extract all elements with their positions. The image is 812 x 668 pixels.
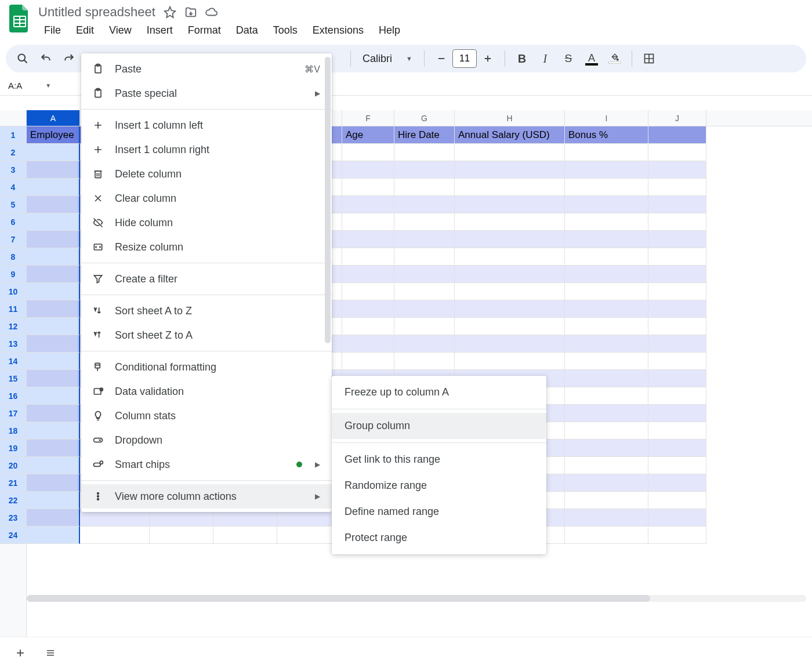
cell[interactable] [27,353,80,370]
menu-conditional-formatting[interactable]: Conditional formatting [81,355,332,379]
cell[interactable] [565,213,648,231]
cell[interactable] [27,335,80,353]
italic-button[interactable]: I [535,49,555,68]
cell[interactable] [394,266,455,283]
cell[interactable] [648,283,706,300]
menu-file[interactable]: File [38,22,67,39]
row-header-2[interactable]: 2 [0,144,26,161]
cell[interactable] [565,457,648,474]
cell[interactable] [455,283,565,300]
borders-button[interactable] [639,49,659,68]
submenu-randomize-range[interactable]: Randomize range [332,473,546,499]
cell[interactable] [648,266,706,283]
row-header-6[interactable]: 6 [0,213,26,231]
cell[interactable] [213,527,277,544]
cell[interactable] [648,196,706,213]
cell[interactable] [648,422,706,440]
cell[interactable] [455,144,565,161]
submenu-freeze-up-to-column-a[interactable]: Freeze up to column A [332,379,546,405]
row-header-22[interactable]: 22 [0,492,26,509]
submenu-protect-range[interactable]: Protect range [332,525,546,551]
menu-extensions[interactable]: Extensions [307,22,369,39]
cell[interactable] [342,283,394,300]
cell[interactable] [565,474,648,492]
cell[interactable] [648,126,706,144]
font-name-select[interactable]: Calibri▼ [358,50,417,67]
col-header-I[interactable]: I [565,110,648,126]
cell[interactable] [455,231,565,248]
menu-delete-column[interactable]: Delete column [81,162,332,186]
cell[interactable] [80,527,150,544]
cell[interactable] [342,179,394,196]
cell[interactable] [648,144,706,161]
cell[interactable] [27,300,80,318]
col-header-J[interactable]: J [648,110,706,126]
cell[interactable] [565,179,648,196]
cell[interactable] [342,335,394,353]
cell[interactable] [565,196,648,213]
menu-view-more-column-actions[interactable]: View more column actions▶ [81,484,332,509]
cell[interactable] [648,474,706,492]
all-sheets-button[interactable] [41,643,60,663]
search-icon[interactable] [13,49,32,68]
row-header-17[interactable]: 17 [0,405,26,422]
row-header-16[interactable]: 16 [0,387,26,405]
row-header-12[interactable]: 12 [0,318,26,335]
menu-format[interactable]: Format [182,22,227,39]
submenu-get-link-to-this-range[interactable]: Get link to this range [332,446,546,473]
row-header-13[interactable]: 13 [0,335,26,353]
cell[interactable] [27,387,80,405]
cell[interactable] [455,196,565,213]
cell[interactable] [648,231,706,248]
menu-insert-1-column-left[interactable]: Insert 1 column left [81,113,332,137]
cell[interactable] [648,179,706,196]
bold-button[interactable]: B [512,49,532,68]
menu-dropdown[interactable]: Dropdown [81,428,332,452]
move-icon[interactable] [184,6,197,19]
cell[interactable] [342,161,394,179]
add-sheet-button[interactable]: + [10,643,30,663]
row-header-9[interactable]: 9 [0,266,26,283]
cell[interactable] [27,370,80,387]
cell[interactable] [394,179,455,196]
cell[interactable] [27,318,80,335]
cell[interactable] [455,179,565,196]
cell[interactable] [342,318,394,335]
fill-color-button[interactable] [605,49,625,68]
row-header-7[interactable]: 7 [0,231,26,248]
menu-create-a-filter[interactable]: Create a filter [81,267,332,291]
cell[interactable] [565,527,648,544]
menu-resize-column[interactable]: Resize column [81,235,332,259]
cell[interactable] [27,457,80,474]
cell[interactable] [565,335,648,353]
menu-tools[interactable]: Tools [267,22,303,39]
cell[interactable] [27,405,80,422]
cell[interactable] [27,440,80,457]
cell[interactable] [455,248,565,266]
menu-sort-sheet-a-to-z[interactable]: Sort sheet A to Z [81,299,332,323]
cell[interactable] [394,196,455,213]
cell[interactable] [565,231,648,248]
cell[interactable] [455,353,565,370]
row-header-11[interactable]: 11 [0,300,26,318]
cell[interactable] [150,527,213,544]
cell[interactable] [27,179,80,196]
cell[interactable] [455,318,565,335]
cell[interactable] [648,457,706,474]
cell[interactable] [394,335,455,353]
menu-sort-sheet-z-to-a[interactable]: Sort sheet Z to A [81,323,332,347]
menu-help[interactable]: Help [373,22,406,39]
cell[interactable] [27,509,80,527]
undo-icon[interactable] [36,49,56,68]
cell[interactable] [565,283,648,300]
cell[interactable] [27,231,80,248]
cell[interactable] [565,422,648,440]
cell[interactable] [565,318,648,335]
menu-insert-1-column-right[interactable]: Insert 1 column right [81,137,332,162]
cell[interactable] [342,196,394,213]
cell[interactable] [565,492,648,509]
col-header-A[interactable]: A [27,110,80,126]
select-all-corner[interactable] [0,110,27,126]
cell[interactable] [394,353,455,370]
name-box[interactable]: A:A ▼ [3,78,56,93]
